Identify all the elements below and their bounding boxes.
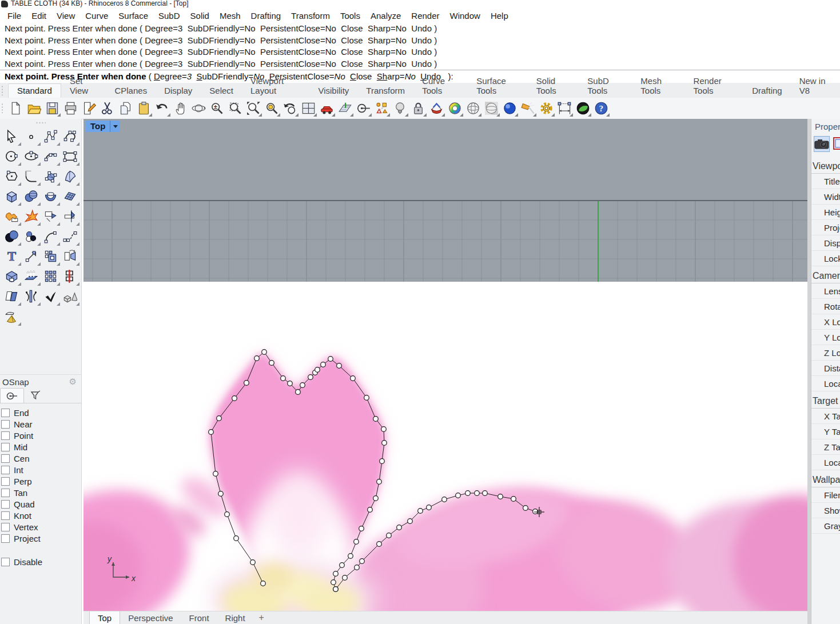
osnap-checkbox[interactable] [1,454,10,463]
viewport-tab[interactable]: Perspective [120,611,181,624]
toolbar-tab[interactable]: Select [201,84,242,98]
menu-item[interactable]: Edit [26,10,51,22]
osnap-checkbox[interactable] [1,489,10,497]
command-option[interactable]: Degree=3 [154,71,197,81]
properties-row[interactable]: Lens [811,283,840,299]
osnap-checkbox[interactable] [1,420,10,429]
named-view-icon[interactable] [318,100,335,117]
cut-icon[interactable] [98,100,116,117]
rectangle-icon[interactable] [60,146,79,166]
properties-row[interactable]: Disp [811,235,840,251]
command-history[interactable]: Next point. Press Enter when done ( Degr… [0,23,840,70]
lock-icon[interactable] [409,100,427,117]
undo-view-icon[interactable] [281,100,298,117]
flow-icon[interactable] [2,286,21,306]
ghosted-view-icon[interactable] [483,100,500,117]
toolbar-tab[interactable]: Transform [357,84,413,98]
circle-icon[interactable] [2,146,21,166]
paste-icon[interactable] [135,100,152,117]
menu-item[interactable]: Drafting [246,10,286,22]
toolbar-tab[interactable]: CPlanes [106,84,156,98]
toolbar-tab[interactable]: Visibility [309,84,357,98]
explode-icon[interactable] [2,206,21,226]
pan-icon[interactable] [172,100,189,117]
copy-array-icon[interactable] [41,246,60,266]
trim-icon[interactable] [41,206,60,226]
visibility-icon[interactable] [391,100,408,117]
properties-row[interactable]: Y Tar [811,424,840,439]
primitives-icon[interactable] [60,286,79,306]
boolean-union-icon[interactable] [2,226,21,246]
zoom-selected-icon[interactable] [263,100,280,117]
properties-row[interactable]: Z Lo [811,345,840,361]
properties-row[interactable]: X Tar [811,409,840,424]
toolbar-tab[interactable]: Set View [61,74,106,98]
point-icon[interactable] [21,126,41,146]
check-select-icon[interactable] [41,286,60,306]
properties-row[interactable]: Heig [811,205,840,220]
dimension-icon[interactable] [556,100,573,117]
properties-row[interactable]: Gray [811,518,840,534]
menu-item[interactable]: Solid [185,10,214,22]
properties-row[interactable]: Lock [811,251,840,266]
menu-item[interactable]: File [2,10,26,22]
solid-tools-icon[interactable] [2,266,21,286]
properties-row[interactable]: Target [811,391,840,409]
grasshopper-icon[interactable] [574,100,591,117]
torus-icon[interactable] [41,186,60,206]
properties-row[interactable]: Loca [811,455,840,470]
viewport-tab[interactable]: Front [181,611,217,624]
print-icon[interactable] [62,100,79,117]
toolbar-tab[interactable]: Surface Tools [468,74,528,98]
toolbar-tab[interactable]: Display [156,84,201,98]
gumball-icon[interactable] [2,306,21,326]
properties-row[interactable]: Filen [811,487,840,503]
surface-points-icon[interactable] [41,166,60,186]
viewport-title-label[interactable]: Top [86,121,120,132]
blend-curves-icon[interactable] [60,226,79,246]
properties-row[interactable]: Widt [811,189,840,205]
osnap-checkbox[interactable] [1,466,10,474]
help-icon[interactable]: ? [592,100,610,117]
edit-properties-icon[interactable] [80,100,97,117]
selection-filter-icon[interactable] [373,100,390,117]
cplane-icon[interactable] [336,100,353,117]
menu-item[interactable]: Help [485,10,513,22]
ellipse-icon[interactable] [21,146,41,166]
properties-row[interactable]: Viewpo [811,157,840,174]
extrude-icon[interactable] [21,266,41,286]
osnap-checkbox[interactable] [1,523,10,531]
viewport-tab[interactable]: Right [217,611,253,624]
properties-row[interactable]: Wallpa [811,470,840,487]
array-icon[interactable] [41,266,60,286]
toolbar-tab[interactable]: Viewport Layout [242,74,309,98]
flashlight-icon[interactable] [519,100,536,117]
menu-item[interactable]: Window [445,10,485,22]
osnap-disable-checkbox[interactable] [1,558,10,566]
mirror-icon[interactable] [60,246,79,266]
new-file-icon[interactable] [7,100,24,117]
viewport-tab[interactable]: + [253,611,270,624]
explosion-icon[interactable] [21,206,41,226]
osnap-checkbox[interactable] [1,477,10,486]
color-icon[interactable] [446,100,463,117]
save-icon[interactable] [43,100,61,117]
bend-icon[interactable] [21,286,41,306]
text-icon[interactable]: T [2,246,21,266]
toolbar-tab[interactable]: Curve Tools [413,74,468,98]
toolbar-grip[interactable] [1,85,3,95]
menu-item[interactable]: Analyze [365,10,406,22]
gear-icon[interactable]: ⚙ [69,377,77,387]
properties-row[interactable]: Dista [811,361,840,376]
properties-row[interactable]: Title [811,174,840,189]
material-properties-icon[interactable] [833,136,840,151]
menu-item[interactable]: Mesh [214,10,246,22]
menu-item[interactable]: Tools [335,10,365,22]
sphere-icon[interactable] [21,186,41,206]
toolbar-tab[interactable]: Render Tools [685,74,744,98]
toolbar-tab[interactable]: New in V8 [791,74,840,98]
menu-item[interactable]: Curve [80,10,113,22]
boolean-diff-icon[interactable] [21,226,41,246]
curve-control-points[interactable] [83,119,807,611]
menu-item[interactable]: View [51,10,80,22]
